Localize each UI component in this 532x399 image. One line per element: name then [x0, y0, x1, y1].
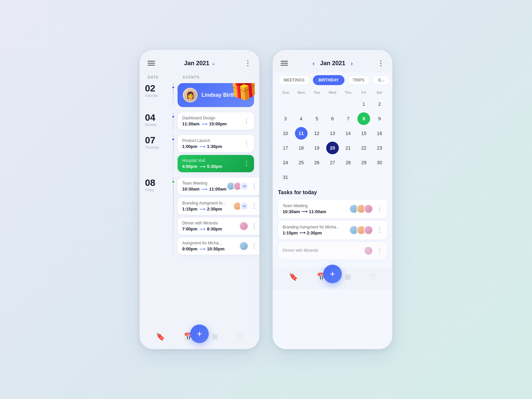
cal-cell-3[interactable]: 3 [279, 112, 292, 125]
timeline-line [173, 178, 174, 255]
event-card-branding[interactable]: Branding Asingment fo... 1:15pm ⟶ 2:30pm… [178, 198, 259, 215]
bookmark-nav-icon[interactable]: 🔖 [156, 332, 165, 341]
task-title: Dinner with Miranda [283, 248, 360, 253]
hamburger-icon[interactable] [148, 61, 155, 66]
cal-cell-26[interactable]: 26 [311, 156, 323, 169]
event-info: Dashboard Design 11:30am ⟶ 15:00pm [182, 116, 227, 126]
cal-cell-5[interactable]: 5 [311, 112, 323, 125]
cal-cell-21[interactable]: 21 [342, 142, 354, 154]
bottom-nav-2: 🔖 📅 + ⊞ ♡ [273, 267, 392, 289]
birthday-event-card[interactable]: 👩 Lindsay Birthday 🎁 [178, 83, 254, 107]
tab-meetings[interactable]: MEETINGS [278, 75, 310, 85]
cal-cell-23[interactable]: 23 [373, 142, 386, 154]
cal-cell-4[interactable]: 4 [295, 112, 308, 125]
event-card-dashboard[interactable]: Dashboard Design 11:30am ⟶ 15:00pm ⋮ [178, 112, 254, 130]
grid-nav-icon[interactable]: ⊞ [212, 332, 218, 341]
cal-cell-15[interactable]: 15 [357, 127, 370, 140]
cal-cell-10[interactable]: 10 [279, 127, 292, 140]
more-menu-icon[interactable]: ⋮ [244, 59, 251, 67]
arrow-icon: ⟶ [200, 227, 205, 231]
event-more-button[interactable]: ⋮ [243, 160, 249, 167]
cal-cell-25[interactable]: 25 [295, 156, 308, 169]
cal-cell-empty [311, 98, 323, 110]
more-menu-icon[interactable]: ⋮ [377, 59, 384, 67]
cal-cell-11-selected[interactable]: 11 [295, 127, 308, 140]
task-card-dinner[interactable]: Dinner with Miranda ⋮ [278, 242, 387, 259]
cal-cell-30[interactable]: 30 [373, 156, 386, 169]
phones-container: Jan 2021 ⌄ ⋮ DATE EVENTS 02 Saturday [133, 30, 399, 369]
cal-cell-31[interactable]: 31 [279, 171, 292, 184]
timeline-dot [172, 138, 175, 141]
prev-month-button[interactable]: ‹ [313, 60, 315, 67]
timeline-dot [172, 115, 175, 118]
task-more-button[interactable]: ⋮ [376, 205, 382, 212]
event-more-button[interactable]: ⋮ [251, 183, 257, 190]
chevron-down-icon[interactable]: ⌄ [211, 61, 215, 66]
cal-cell-empty [373, 171, 386, 184]
avatars-row: +3 [226, 182, 248, 191]
add-event-fab[interactable]: + [190, 325, 209, 343]
cal-cell-24[interactable]: 24 [279, 156, 292, 169]
next-month-button[interactable]: › [351, 60, 353, 67]
cal-cell-18[interactable]: 18 [295, 142, 308, 154]
cal-cell-6[interactable]: 6 [326, 112, 339, 125]
cal-cell-14[interactable]: 14 [342, 127, 354, 140]
event-title: Dinner with Miranda [182, 221, 222, 225]
avatar [239, 241, 248, 251]
cal-cell-27[interactable]: 27 [326, 156, 339, 169]
cal-cell-9[interactable]: 9 [373, 112, 386, 125]
event-right: ⋮ [239, 241, 257, 251]
event-info: Dinner with Miranda 7:00pm ⟶ 8:30pm [182, 221, 222, 231]
cal-cell-2[interactable]: 2 [373, 98, 386, 110]
heart-nav-icon[interactable]: ♡ [237, 332, 243, 341]
event-card-team[interactable]: Team Meeting 10:30am ⟶ 11:00am +3 [178, 178, 259, 195]
hamburger-icon[interactable] [281, 61, 288, 66]
event-card-assignment[interactable]: Asingment for Micha... 9:00pm ⟶ 10:30pm … [178, 237, 259, 255]
timeline-scroll[interactable]: 02 Saturday 👩 Lindsay Birthday 🎁 [140, 83, 259, 327]
cal-cell-22[interactable]: 22 [357, 142, 370, 154]
event-more-button[interactable]: ⋮ [251, 222, 257, 230]
cal-cell-empty [326, 98, 339, 110]
phone-timeline: Jan 2021 ⌄ ⋮ DATE EVENTS 02 Saturday [140, 50, 259, 349]
tab-trips[interactable]: TRIPS [347, 75, 370, 85]
gift-icon: 🎁 [230, 83, 258, 102]
grid-nav-icon[interactable]: ⊞ [345, 273, 351, 281]
event-card-dinner[interactable]: Dinner with Miranda 7:00pm ⟶ 8:30pm ⋮ [178, 217, 259, 235]
event-title: Branding Asingment fo... [182, 201, 226, 205]
cal-cell-28[interactable]: 28 [342, 156, 354, 169]
event-more-button[interactable]: ⋮ [251, 242, 257, 250]
cal-cell-29[interactable]: 29 [357, 156, 370, 169]
event-right: +2 ⋮ [233, 202, 257, 210]
tab-other[interactable]: E... [373, 75, 390, 85]
cal-cell-12[interactable]: 12 [311, 127, 323, 140]
cal-cell-20-selected[interactable]: 20 [326, 142, 339, 154]
add-event-fab[interactable]: + [323, 265, 342, 283]
cal-cell-13[interactable]: 13 [326, 127, 339, 140]
event-card-product[interactable]: Product Launch 1:00pm ⟶ 1:30pm ⋮ [178, 135, 254, 152]
day-hdr-sun: Sun [278, 89, 294, 96]
arrow-icon: ⟶ [201, 187, 207, 192]
cal-cell-8-today[interactable]: 8 [357, 112, 370, 125]
task-more-button[interactable]: ⋮ [376, 247, 382, 254]
task-more-button[interactable]: ⋮ [376, 226, 382, 234]
cal-cell-empty [342, 98, 354, 110]
task-card-team[interactable]: Team Meeting 10:30am ⟶ 11:00am ⋮ [278, 200, 387, 218]
cal-cell-7[interactable]: 7 [342, 112, 354, 125]
cal-cell-16[interactable]: 16 [373, 127, 386, 140]
avatar-count: +3 [240, 182, 248, 191]
cal-cell-17[interactable]: 17 [279, 142, 292, 154]
cal-cell-1[interactable]: 1 [357, 98, 370, 110]
bookmark-nav-icon[interactable]: 🔖 [289, 273, 298, 281]
event-more-button[interactable]: ⋮ [251, 202, 257, 210]
tab-birthday[interactable]: BIRTHDAY [313, 75, 344, 85]
event-more-button[interactable]: ⋮ [243, 117, 249, 125]
tasks-section: Tasks for today Team Meeting 10:30am ⟶ 1… [273, 184, 392, 267]
tasks-title: Tasks for today [278, 190, 387, 196]
heart-nav-icon[interactable]: ♡ [370, 273, 376, 281]
task-card-branding[interactable]: Branding Asingment for Micha... 1:15pm ⟶… [278, 221, 387, 239]
event-info: Team Meeting 10:30am ⟶ 11:00am [182, 181, 226, 192]
cal-cell-19[interactable]: 19 [311, 142, 323, 154]
event-more-button[interactable]: ⋮ [243, 140, 249, 147]
event-right: +3 ⋮ [226, 182, 257, 191]
event-card-hospital[interactable]: Hospital Visit 4:00pm ⟶ 5:30pm ⋮ [178, 155, 254, 172]
